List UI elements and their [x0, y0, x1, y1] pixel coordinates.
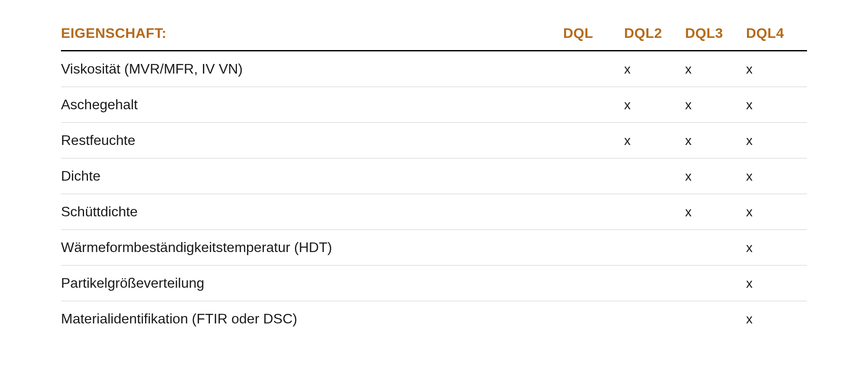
table-row: Restfeuchte x x x: [61, 123, 807, 158]
row-cell: x: [685, 205, 746, 219]
row-cell: x: [746, 312, 807, 326]
row-cell: x: [624, 133, 685, 148]
row-cell: x: [746, 98, 807, 112]
row-cell: x: [746, 169, 807, 184]
table-row: Partikelgrößeverteilung x: [61, 266, 807, 301]
row-property-label: Viskosität (MVR/MFR, IV VN): [61, 61, 563, 77]
row-cell: x: [746, 133, 807, 148]
row-cell: x: [685, 169, 746, 184]
properties-table: EIGENSCHAFT: DQL DQL2 DQL3 DQL4 Viskosit…: [61, 17, 807, 336]
row-cell: x: [746, 276, 807, 291]
header-col-dql: DQL: [563, 25, 624, 41]
table-header-row: EIGENSCHAFT: DQL DQL2 DQL3 DQL4: [61, 17, 807, 51]
row-cell: x: [746, 62, 807, 77]
row-property-label: Materialidentifikation (FTIR oder DSC): [61, 311, 563, 327]
table-row: Dichte x x: [61, 158, 807, 194]
row-property-label: Schüttdichte: [61, 204, 563, 220]
row-cell: x: [624, 62, 685, 77]
header-col-dql2: DQL2: [624, 25, 685, 41]
row-cell: x: [746, 240, 807, 255]
row-cell: x: [746, 205, 807, 219]
table-row: Materialidentifikation (FTIR oder DSC) x: [61, 301, 807, 336]
table-row: Schüttdichte x x: [61, 194, 807, 230]
header-property-label: EIGENSCHAFT:: [61, 25, 563, 41]
table-row: Viskosität (MVR/MFR, IV VN) x x x: [61, 51, 807, 87]
table-row: Wärmeformbeständigkeitstemperatur (HDT) …: [61, 230, 807, 266]
row-property-label: Wärmeformbeständigkeitstemperatur (HDT): [61, 239, 563, 256]
row-property-label: Dichte: [61, 168, 563, 184]
row-property-label: Restfeuchte: [61, 132, 563, 148]
table-row: Aschegehalt x x x: [61, 87, 807, 123]
header-col-dql3: DQL3: [685, 25, 746, 41]
header-col-dql4: DQL4: [746, 25, 807, 41]
row-property-label: Aschegehalt: [61, 97, 563, 113]
row-cell: x: [685, 62, 746, 77]
row-cell: x: [685, 98, 746, 112]
row-cell: x: [624, 98, 685, 112]
row-cell: x: [685, 133, 746, 148]
row-property-label: Partikelgrößeverteilung: [61, 275, 563, 291]
